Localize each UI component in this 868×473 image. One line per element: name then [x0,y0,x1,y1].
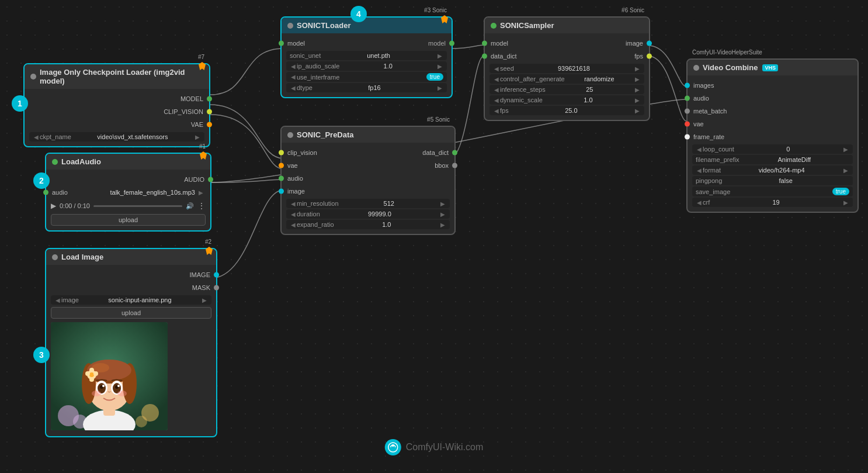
toggle-uif[interactable]: true [426,73,443,81]
toggle-si[interactable]: true [832,188,849,195]
field-ckpt-name[interactable]: ◀ ckpt_name video\svd_xt.safetensors ▶ [29,132,204,141]
port-sampler-model-in [482,41,487,46]
row-sampler-model: model image [485,37,649,50]
audio-controls[interactable]: ▶ 0:00 / 0:10 🔊 ⋮ [46,199,210,213]
val-fp: AnimateDiff [739,156,849,163]
field-dynamic-scale[interactable]: ◀ dynamic_scale 1.0 ▶ [489,95,644,105]
arrow-left-is[interactable]: ◀ [493,87,500,93]
val-pp: false [722,177,849,184]
arrow-left-er[interactable]: ◀ [290,222,297,228]
val-fps: 25.0 [509,107,634,114]
upload-audio-button[interactable]: upload [51,214,206,226]
arrow-left-ca[interactable]: ◀ [493,76,500,82]
node-title-3: Load Image [61,253,103,261]
play-button[interactable]: ▶ [51,202,56,210]
field-format[interactable]: ◀ format video/h264-mp4 ▶ [692,165,853,175]
label-ca: control_after_generate [500,75,565,82]
node-status-dot-4 [287,23,293,29]
node-load-audio: #1 LoadAudio AUDIO audio talk_female_eng… [45,153,211,232]
arrow-left-seed[interactable]: ◀ [493,65,500,72]
node-tag-3: #2 [205,239,211,245]
field-pingpong[interactable]: pingpong false [692,176,853,185]
arrow-right-crf[interactable]: ▶ [842,199,849,206]
label-ds: dynamic_scale [500,96,543,103]
arrow-left-uif[interactable]: ◀ [290,74,297,80]
arrow-right-ckpt[interactable]: ▶ [194,134,201,140]
field-sonic-unet[interactable]: sonic_unet unet.pth ▶ [286,51,447,60]
arrow-left-ckpt[interactable]: ◀ [33,134,40,140]
comfy-logo [388,442,398,453]
arrow-unet[interactable]: ▶ [436,53,443,59]
field-save-image[interactable]: save_image true [692,187,853,196]
row-images-in: images [688,79,857,92]
field-crf[interactable]: ◀ crf 19 ▶ [692,198,853,207]
arrow-right-lc[interactable]: ▶ [842,146,849,153]
output-clip-vision: CLIP_VISION [25,105,209,118]
input-audio-row: audio talk_female_english_10s.mp3 ▶ [46,186,210,199]
arrow-left-fmt[interactable]: ◀ [696,167,703,174]
node-title-1: Image Only Checkpoint Loader (img2vid mo… [40,68,203,85]
arrow-left-image[interactable]: ◀ [54,297,61,303]
watermark-icon [385,439,401,455]
upload-image-button[interactable]: upload [51,307,211,319]
arrow-right-is[interactable]: ▶ [634,87,641,93]
port-frame-rate-in [685,134,690,140]
field-dtype[interactable]: ◀ dtype fp16 ▶ [286,83,447,92]
arrow-right-image[interactable]: ▶ [201,297,208,303]
arrow-left-mr[interactable]: ◀ [290,201,297,207]
port-sonic-model-in [279,41,284,46]
arrow-right-dt[interactable]: ▶ [436,85,443,91]
port-mask-out [214,285,219,291]
field-seed[interactable]: ◀ seed 939621618 ▶ [489,64,644,73]
label-ias: ip_audio_scale [297,63,339,70]
output-image-label: IMAGE [52,271,210,278]
label-seed: seed [500,65,514,72]
volume-icon[interactable]: 🔊 [186,202,194,210]
node-title-6: SONICSampler [500,21,554,30]
field-duration[interactable]: ◀ duration 99999.0 ▶ [286,209,450,219]
label-vae: vae [287,162,298,169]
audio-time: 0:00 / 0:10 [60,202,90,209]
arrow-right-mr[interactable]: ▶ [439,201,446,207]
svg-point-29 [89,377,94,382]
svg-point-21 [117,385,120,387]
arrow-right-ias[interactable]: ▶ [436,63,443,70]
field-control-after[interactable]: ◀ control_after_generate randomize ▶ [489,74,644,84]
arrow-left-crf[interactable]: ◀ [696,199,703,206]
field-expand-ratio[interactable]: ◀ expand_ratio 1.0 ▶ [286,220,450,229]
arrow-left-ds[interactable]: ◀ [493,97,500,103]
arrow-left-fps[interactable]: ◀ [493,108,500,114]
field-image-name[interactable]: ◀ image sonic-input-anime.png ▶ [51,295,211,305]
arrow-right-ca[interactable]: ▶ [634,76,641,82]
output-vae-label: VAE [30,121,203,128]
field-use-interframe[interactable]: ◀ use_interframe true [286,72,447,82]
audio-progress[interactable] [93,205,182,207]
node-tag-6: #6 Sonic [622,7,644,13]
arrow-right-dur[interactable]: ▶ [439,211,446,217]
arrow-left-ias[interactable]: ◀ [290,63,297,70]
val-mr: 512 [339,200,439,207]
val-ca: randomize [565,75,634,82]
arrow-right-fps[interactable]: ▶ [634,108,641,114]
arrow-right-ds[interactable]: ▶ [634,97,641,103]
field-min-res[interactable]: ◀ min_resolution 512 ▶ [286,199,450,208]
arrow-left-dur[interactable]: ◀ [290,211,297,217]
arrow-left-lc[interactable]: ◀ [696,146,703,153]
label-dur: duration [297,210,320,217]
arrow-right-fmt[interactable]: ▶ [842,167,849,174]
field-filename-prefix[interactable]: filename_prefix AnimateDiff [692,155,853,164]
arrow-right-seed[interactable]: ▶ [634,65,641,72]
port-audio-in3 [685,96,690,101]
arrow-right-er[interactable]: ▶ [439,222,446,228]
field-ip-audio-scale[interactable]: ◀ ip_audio_scale 1.0 ▶ [286,61,447,71]
output-model: MODEL [25,92,209,105]
val-er: 1.0 [334,221,439,228]
port-meta-batch-in [685,109,690,114]
more-options[interactable]: ⋮ [197,201,206,210]
field-fps[interactable]: ◀ fps 25.0 ▶ [489,106,644,115]
arrow-left-dt[interactable]: ◀ [290,85,297,91]
val-is: 25 [546,86,634,93]
field-loop-count[interactable]: ◀ loop_count 0 ▶ [692,144,853,154]
field-inference-steps[interactable]: ◀ inference_steps 25 ▶ [489,85,644,94]
arrow-right-audio[interactable]: ▶ [197,189,204,196]
